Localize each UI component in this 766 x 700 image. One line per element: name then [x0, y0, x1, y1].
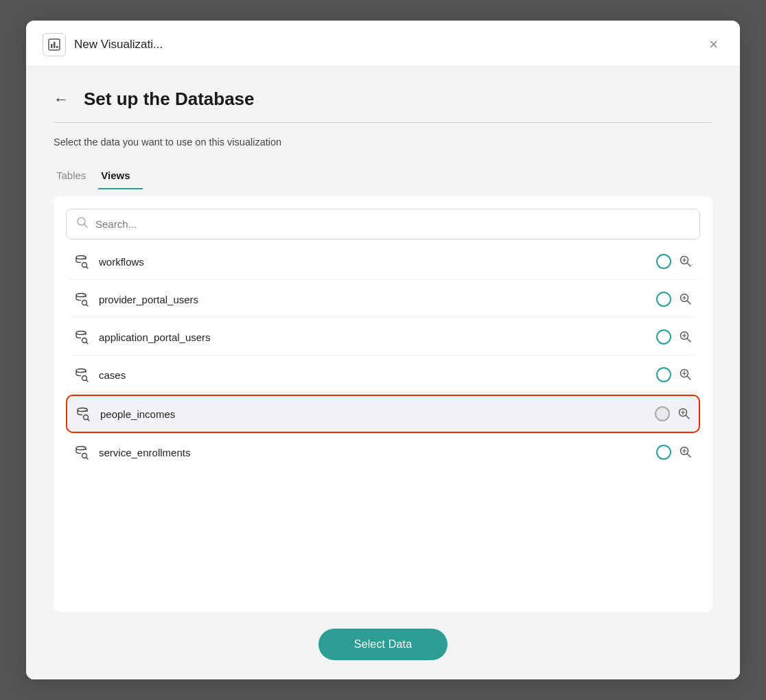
list-item[interactable]: workflows	[66, 244, 700, 280]
radio-workflows[interactable]	[656, 254, 671, 269]
modal: New Visualizati... × ← Set up the Databa…	[26, 21, 740, 679]
svg-line-15	[86, 305, 89, 307]
page-subtitle: Select the data you want to use on this …	[54, 137, 712, 148]
modal-body: ← Set up the Database Select the data yo…	[26, 67, 740, 612]
select-data-button[interactable]: Select Data	[318, 629, 448, 660]
list-item-selected[interactable]: people_incomes	[66, 395, 700, 433]
header-divider	[54, 122, 712, 123]
item-actions	[656, 329, 693, 345]
svg-rect-2	[54, 42, 56, 48]
item-name: application_portal_users	[99, 331, 656, 343]
content-card: workflows	[54, 196, 712, 612]
svg-line-17	[687, 301, 690, 304]
db-search-icon	[73, 291, 89, 307]
db-search-icon	[74, 406, 91, 422]
visualization-icon	[43, 33, 66, 56]
svg-point-41	[76, 447, 86, 450]
tab-tables[interactable]: Tables	[54, 164, 98, 189]
svg-point-34	[78, 408, 87, 412]
header-left: New Visualizati...	[43, 33, 163, 56]
svg-line-31	[687, 376, 690, 380]
search-icon	[76, 216, 89, 232]
radio-people-incomes[interactable]	[655, 406, 670, 421]
svg-rect-1	[51, 44, 53, 48]
page-title: Set up the Database	[84, 89, 255, 110]
list-item[interactable]: provider_portal_users	[66, 281, 700, 318]
item-name: service_enrollments	[99, 447, 656, 458]
db-search-icon	[73, 366, 89, 383]
preview-icon[interactable]	[678, 254, 693, 269]
svg-line-22	[86, 342, 89, 345]
modal-footer: Select Data	[26, 612, 740, 679]
item-actions	[655, 406, 692, 421]
radio-cases[interactable]	[656, 367, 671, 382]
svg-point-27	[76, 369, 86, 373]
item-actions	[656, 292, 693, 307]
preview-icon[interactable]	[678, 445, 693, 460]
item-name: cases	[99, 369, 656, 381]
preview-icon[interactable]	[678, 329, 693, 345]
preview-icon[interactable]	[677, 406, 692, 421]
db-search-icon	[73, 444, 89, 460]
svg-line-24	[687, 338, 690, 342]
svg-point-20	[76, 331, 86, 335]
svg-line-45	[687, 454, 690, 457]
svg-line-8	[86, 267, 89, 269]
item-actions	[656, 445, 693, 460]
radio-application[interactable]	[656, 329, 671, 345]
svg-point-13	[76, 294, 86, 297]
svg-line-29	[86, 380, 89, 382]
svg-line-36	[88, 419, 90, 421]
modal-header: New Visualizati... ×	[26, 21, 740, 67]
preview-icon[interactable]	[678, 292, 693, 307]
item-name: people_incomes	[100, 408, 655, 420]
item-name: provider_portal_users	[99, 294, 656, 305]
preview-icon[interactable]	[678, 367, 693, 382]
list-item[interactable]: application_portal_users	[66, 319, 700, 355]
item-actions	[656, 254, 693, 269]
svg-line-10	[687, 263, 690, 266]
item-actions	[656, 367, 693, 382]
db-search-icon	[73, 329, 89, 345]
tab-group: Tables Views	[54, 164, 712, 189]
list-item[interactable]: cases	[66, 357, 700, 393]
search-input[interactable]	[95, 218, 690, 230]
svg-rect-3	[56, 46, 58, 48]
item-name: workflows	[99, 256, 656, 268]
db-search-icon	[73, 253, 89, 270]
items-list: workflows	[66, 244, 700, 470]
svg-line-5	[84, 224, 88, 228]
radio-provider[interactable]	[656, 292, 671, 307]
modal-title: New Visualizati...	[74, 38, 163, 51]
radio-service[interactable]	[656, 445, 671, 460]
close-button[interactable]: ×	[706, 34, 721, 55]
search-box	[66, 209, 700, 240]
list-item[interactable]: service_enrollments	[66, 434, 700, 470]
svg-point-6	[76, 256, 86, 259]
svg-line-38	[686, 415, 689, 419]
page-header: ← Set up the Database	[54, 89, 712, 110]
svg-line-43	[86, 458, 89, 460]
tab-views[interactable]: Views	[98, 164, 142, 189]
back-button[interactable]: ←	[54, 91, 73, 108]
